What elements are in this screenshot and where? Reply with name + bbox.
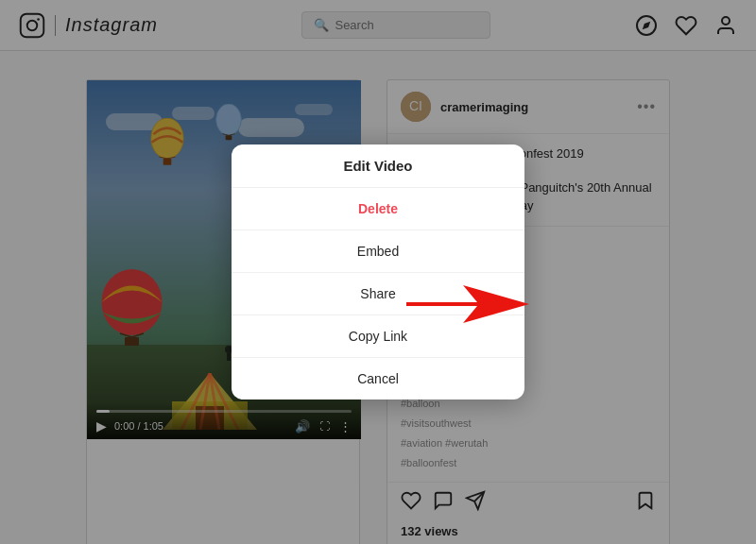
modal-share-button[interactable]: Share [232,273,524,315]
modal-embed-button[interactable]: Embed [232,230,524,273]
modal-copy-link-button[interactable]: Copy Link [232,315,524,358]
modal-overlay[interactable]: Edit Video Delete Embed Share Copy Link … [0,0,756,544]
modal-cancel-button[interactable]: Cancel [232,358,524,400]
modal-dialog: Edit Video Delete Embed Share Copy Link … [232,144,524,400]
modal-delete-button[interactable]: Delete [232,188,524,230]
modal-title: Edit Video [232,144,524,188]
